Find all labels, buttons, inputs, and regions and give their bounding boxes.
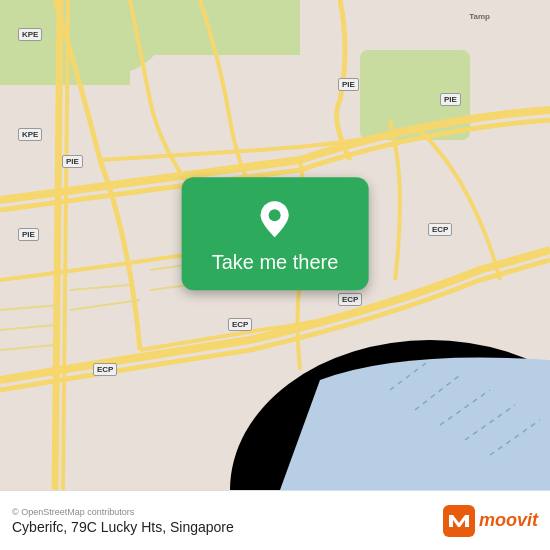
app-container: KPE KPE PIE PIE PIE PIE ECP ECP ECP ECP … — [0, 0, 550, 550]
bottom-bar: © OpenStreetMap contributors Cyberifc, 7… — [0, 490, 550, 550]
svg-line-10 — [0, 305, 60, 310]
take-me-there-label: Take me there — [212, 251, 339, 274]
highway-label-pie3: PIE — [338, 78, 359, 91]
svg-point-19 — [269, 209, 281, 221]
svg-rect-20 — [443, 505, 475, 537]
svg-line-11 — [0, 325, 55, 330]
highway-label-pie4: PIE — [440, 93, 461, 106]
highway-label-ecp3: ECP — [338, 293, 362, 306]
map-area[interactable]: KPE KPE PIE PIE PIE PIE ECP ECP ECP ECP … — [0, 0, 550, 490]
highway-label-kpe2: KPE — [18, 128, 42, 141]
moovit-brand-text: moovit — [479, 510, 538, 531]
moovit-icon — [443, 505, 475, 537]
road-label-tamp: Tamp — [469, 12, 490, 21]
svg-line-14 — [70, 300, 140, 310]
svg-line-13 — [70, 285, 130, 290]
moovit-logo[interactable]: moovit — [443, 505, 538, 537]
take-me-there-button[interactable]: Take me there — [182, 177, 369, 290]
highway-label-ecp4: ECP — [428, 223, 452, 236]
copyright-text: © OpenStreetMap contributors — [12, 507, 234, 517]
location-pin-icon — [253, 197, 297, 241]
highway-label-pie2: PIE — [18, 228, 39, 241]
location-text: Cyberifc, 79C Lucky Hts, Singapore — [12, 519, 234, 535]
highway-label-ecp1: ECP — [93, 363, 117, 376]
bottom-left-info: © OpenStreetMap contributors Cyberifc, 7… — [12, 507, 234, 535]
highway-label-ecp2: ECP — [228, 318, 252, 331]
highway-label-pie1: PIE — [62, 155, 83, 168]
highway-label-kpe1: KPE — [18, 28, 42, 41]
svg-line-12 — [0, 345, 55, 350]
